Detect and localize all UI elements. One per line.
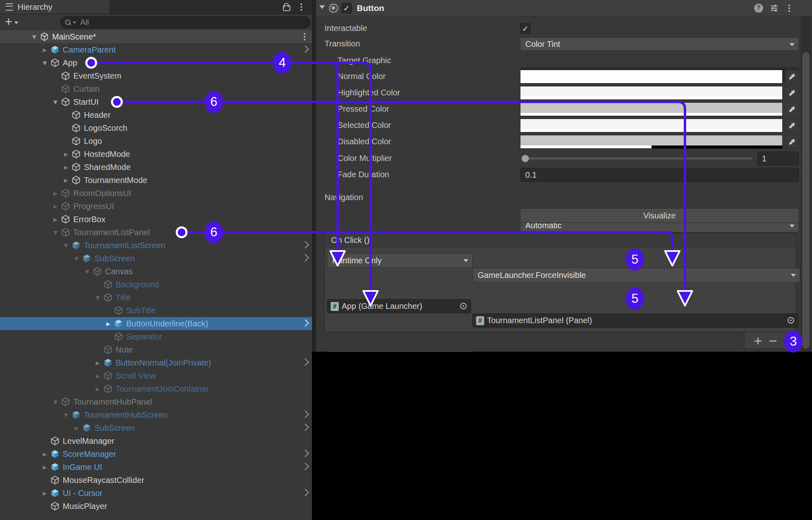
prefab-open-arrow[interactable] (301, 358, 309, 366)
expand-arrow[interactable]: ▼ (50, 99, 61, 105)
hierarchy-row[interactable]: ▼TournamentListPanel (0, 226, 312, 239)
hierarchy-row[interactable]: ▼TournamentHubPanel (0, 395, 312, 408)
interactable-checkbox[interactable]: ✓ (520, 23, 531, 34)
slider-track[interactable] (523, 158, 752, 159)
hierarchy-row[interactable]: LogoScorch (0, 121, 312, 134)
expand-arrow[interactable]: ▼ (81, 269, 93, 275)
eyedropper-icon[interactable] (785, 119, 799, 132)
hierarchy-row[interactable]: EventSystem (0, 69, 312, 82)
event-target-field[interactable]: # App (Game Launcher) (327, 299, 471, 313)
eyedropper-icon[interactable] (785, 86, 799, 100)
hierarchy-row[interactable]: ▶SubScreen (0, 421, 312, 434)
foldout-arrow-icon[interactable] (319, 5, 325, 9)
hierarchy-row[interactable]: ▶RoomOptionsUI (0, 187, 312, 200)
expand-arrow[interactable]: ▶ (92, 373, 103, 379)
add-event-button[interactable]: + (753, 334, 763, 347)
prefab-open-arrow[interactable] (301, 463, 309, 470)
event-mode-dropdown[interactable]: Runtime Only (327, 350, 473, 352)
color-multiplier-value[interactable]: 1 (757, 152, 799, 165)
hierarchy-row[interactable]: ▶ScoreManager (0, 447, 312, 461)
expand-arrow[interactable]: ▼ (39, 60, 50, 66)
scene-row[interactable]: ▼ MainScene* (0, 30, 312, 43)
prefab-open-arrow[interactable] (301, 241, 309, 248)
hierarchy-row[interactable]: ▼Title (0, 291, 312, 304)
button-component-header[interactable]: ✓ Button ? (316, 0, 812, 16)
prefab-open-arrow[interactable] (301, 254, 309, 261)
event-argument-field[interactable]: # TournamentListPanel (Panel) (472, 313, 799, 328)
expand-arrow[interactable]: ▶ (60, 164, 72, 170)
expand-arrow[interactable]: ▶ (50, 216, 61, 223)
search-input[interactable] (78, 18, 310, 27)
expand-arrow[interactable]: ▼ (50, 399, 61, 405)
hierarchy-row[interactable]: Curtain (0, 82, 312, 95)
expand-arrow[interactable]: ▶ (103, 321, 114, 327)
transition-dropdown[interactable]: Color Tint (520, 37, 799, 51)
color-swatch[interactable] (520, 135, 783, 149)
hierarchy-row[interactable]: ▼TournamentHubScreen (0, 408, 312, 421)
hierarchy-row[interactable]: ▶ErrorBox (0, 213, 312, 226)
hierarchy-row[interactable]: ▼Canvas (0, 265, 312, 278)
hierarchy-row[interactable]: Header (0, 108, 312, 121)
expand-arrow[interactable]: ▶ (92, 360, 103, 366)
prefab-open-arrow[interactable] (301, 45, 309, 53)
expand-arrow[interactable]: ▼ (71, 256, 82, 262)
hierarchy-row[interactable]: ▶InGame UI (0, 461, 312, 474)
prefab-open-arrow[interactable] (301, 489, 309, 496)
expand-arrow[interactable]: ▼ (60, 412, 72, 418)
hierarchy-row[interactable]: ▶HostedMode (0, 148, 312, 161)
expand-arrow[interactable]: ▶ (39, 47, 50, 53)
tab-hierarchy[interactable]: Hierarchy (0, 0, 109, 14)
expand-arrow[interactable]: ▶ (60, 177, 72, 183)
expand-arrow[interactable]: ▼ (50, 229, 61, 236)
hierarchy-row[interactable]: ▶ButtonNormal(JoinPrivate) (0, 356, 312, 369)
event-function-dropdown[interactable]: GameLauncher.ForceInvisible (472, 268, 800, 282)
expand-arrow[interactable]: ▼ (92, 295, 103, 301)
hierarchy-row[interactable]: Separator (0, 330, 312, 343)
color-swatch[interactable] (520, 102, 783, 116)
hierarchy-row[interactable]: ▼SubScreen (0, 252, 312, 265)
expand-arrow[interactable]: ▶ (60, 151, 72, 157)
hierarchy-row[interactable]: ▶UI - Cursor (0, 487, 312, 500)
hierarchy-row[interactable]: ▶CameraParent (0, 43, 312, 56)
remove-event-button[interactable]: − (768, 334, 778, 347)
prefab-open-arrow[interactable] (301, 319, 309, 326)
scene-menu-icon[interactable] (301, 31, 309, 42)
expand-arrow[interactable]: ▶ (71, 425, 82, 431)
event-mode-dropdown[interactable]: Runtime Only (327, 253, 473, 268)
expand-arrow[interactable]: ▶ (39, 464, 50, 470)
component-menu-icon[interactable] (785, 3, 793, 13)
scrollbar-thumb[interactable] (802, 52, 810, 349)
hierarchy-row[interactable]: LevelManager (0, 434, 312, 447)
hierarchy-row[interactable]: Logo (0, 134, 312, 148)
hierarchy-row[interactable]: ▶Scroll View (0, 369, 312, 382)
eyedropper-icon[interactable] (785, 135, 799, 149)
eyedropper-icon[interactable] (785, 70, 799, 84)
component-enabled-checkbox[interactable]: ✓ (341, 3, 352, 13)
slider-handle[interactable] (522, 155, 529, 162)
expand-arrow[interactable]: ▶ (50, 190, 61, 196)
color-swatch[interactable] (520, 119, 783, 132)
hierarchy-row[interactable]: MouseRaycastCollider (0, 474, 312, 487)
color-swatch[interactable] (520, 86, 783, 100)
panel-divider[interactable] (312, 0, 316, 352)
expand-arrow[interactable]: ▼ (29, 34, 40, 40)
object-picker-icon[interactable] (786, 316, 796, 326)
prefab-open-arrow[interactable] (301, 410, 309, 418)
hierarchy-row[interactable]: SubTitle (0, 304, 312, 317)
hierarchy-menu-icon[interactable] (297, 2, 305, 12)
expand-arrow[interactable]: ▶ (39, 451, 50, 457)
lock-icon[interactable] (283, 3, 289, 11)
eyedropper-icon[interactable] (785, 102, 799, 116)
hierarchy-row[interactable]: ▼StartUI (0, 95, 312, 108)
expand-arrow[interactable]: ▶ (92, 386, 103, 392)
hierarchy-row[interactable]: Background (0, 278, 312, 291)
add-gameobject-button[interactable]: + (5, 16, 18, 28)
hierarchy-row[interactable]: MusicPlayer (0, 500, 312, 513)
hierarchy-row[interactable]: ▼TournamentListScreen (0, 239, 312, 252)
presets-icon[interactable] (770, 4, 779, 13)
hierarchy-row-selected[interactable]: ▶ButtonUnderline(Back) (0, 317, 312, 330)
help-icon[interactable]: ? (754, 4, 763, 13)
object-picker-icon[interactable] (459, 302, 469, 311)
prefab-open-arrow[interactable] (301, 449, 309, 457)
expand-arrow[interactable]: ▶ (50, 203, 61, 209)
